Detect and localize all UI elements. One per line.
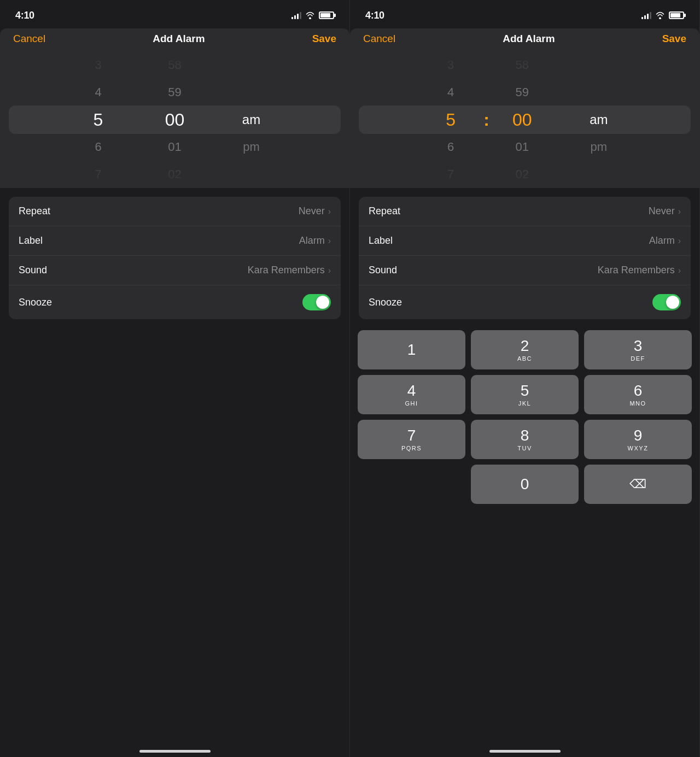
minute-column-2[interactable]: 57 58 59 00 01 02 03 <box>484 51 561 188</box>
label-label-1: Label <box>19 235 43 247</box>
ampm-item: pm <box>561 133 637 161</box>
nav-title-2: Add Alarm <box>503 33 555 45</box>
status-bar-1: 4:10 <box>0 0 349 27</box>
save-button-1[interactable]: Save <box>312 33 336 45</box>
repeat-label-1: Repeat <box>19 206 50 217</box>
numpad-key-4[interactable]: 4 GHI <box>358 375 465 414</box>
chevron-icon: › <box>678 207 681 216</box>
nav-title-1: Add Alarm <box>153 33 205 45</box>
chevron-icon: › <box>328 207 331 216</box>
hour-item: 6 <box>60 133 137 161</box>
wifi-icon-2 <box>655 11 665 19</box>
status-time-1: 4:10 <box>15 10 34 21</box>
numpad-key-2[interactable]: 2 ABC <box>471 330 579 369</box>
nav-bar-1: Cancel Add Alarm Save <box>0 28 349 51</box>
sound-value-2: Kara Remembers › <box>598 265 681 276</box>
numpad-container: 1 2 ABC 3 DEF 4 GHI 5 JKL 6 MNO <box>358 330 692 757</box>
sound-row-1[interactable]: Sound Kara Remembers › <box>9 256 341 285</box>
snooze-row-2[interactable]: Snooze <box>359 285 691 319</box>
cancel-button-2[interactable]: Cancel <box>363 33 395 45</box>
signal-icon-1 <box>291 11 301 19</box>
snooze-row-1[interactable]: Snooze <box>9 285 341 319</box>
numpad-key-1[interactable]: 1 <box>358 330 465 369</box>
numpad-key-9[interactable]: 9 WXYZ <box>584 420 692 459</box>
hour-column-2[interactable]: 2 3 4 5 6 7 8 <box>412 51 489 188</box>
label-value-1: Alarm › <box>299 235 331 247</box>
repeat-value-2: Never › <box>649 206 681 217</box>
snooze-label-2: Snooze <box>369 297 402 308</box>
minute-item: 02 <box>137 161 213 188</box>
minute-column-1[interactable]: 57 58 59 00 01 02 03 <box>137 51 213 188</box>
minute-item-selected: 00 <box>484 106 561 133</box>
numpad-grid: 1 2 ABC 3 DEF 4 GHI 5 JKL 6 MNO <box>358 330 692 504</box>
sound-row-2[interactable]: Sound Kara Remembers › <box>359 256 691 285</box>
numpad-key-3[interactable]: 3 DEF <box>584 330 692 369</box>
status-icons-1 <box>291 11 334 19</box>
repeat-row-1[interactable]: Repeat Never › <box>9 197 341 226</box>
label-value-2: Alarm › <box>649 235 681 247</box>
minute-item: 58 <box>137 51 213 79</box>
minute-item: 58 <box>484 51 561 79</box>
hour-item: 3 <box>60 51 137 79</box>
minute-item: 01 <box>484 133 561 161</box>
numpad-key-8[interactable]: 8 TUV <box>471 420 579 459</box>
hour-item: 4 <box>60 79 137 106</box>
numpad-key-0[interactable]: 0 <box>471 465 579 504</box>
snooze-label-1: Snooze <box>19 297 52 308</box>
hour-item-selected: 5 <box>60 106 137 133</box>
snooze-toggle-1[interactable] <box>302 294 331 310</box>
repeat-label-2: Repeat <box>369 206 400 217</box>
wifi-icon-1 <box>305 11 315 19</box>
status-icons-2 <box>641 11 684 19</box>
hour-column-1[interactable]: 2 3 4 5 6 7 8 <box>60 51 137 188</box>
ampm-item-selected: am <box>561 106 637 133</box>
repeat-row-2[interactable]: Repeat Never › <box>359 197 691 226</box>
chevron-icon: › <box>678 236 681 246</box>
chevron-icon: › <box>328 266 331 275</box>
numpad-key-5[interactable]: 5 JKL <box>471 375 579 414</box>
ampm-column-2[interactable]: am pm <box>561 51 637 188</box>
time-colon: : <box>483 106 489 133</box>
settings-group-1: Repeat Never › Label Alarm › Sound Kara … <box>9 197 341 319</box>
phone-panel-2: 4:10 Cancel Add Alarm Save <box>350 0 700 757</box>
minute-item: 59 <box>484 79 561 106</box>
ampm-item-selected: am <box>213 106 290 133</box>
time-picker-1[interactable]: 2 3 4 5 6 7 8 57 58 59 00 01 02 03 <box>0 51 349 188</box>
label-row-2[interactable]: Label Alarm › <box>359 226 691 256</box>
chevron-icon: › <box>328 236 331 246</box>
battery-icon-2 <box>669 11 684 19</box>
picker-wheel-2[interactable]: 2 3 4 5 6 7 8 : 57 58 59 00 01 02 03 <box>350 51 699 188</box>
numpad-key-6[interactable]: 6 MNO <box>584 375 692 414</box>
time-picker-2[interactable]: 2 3 4 5 6 7 8 : 57 58 59 00 01 02 03 <box>350 51 699 188</box>
ampm-column-1[interactable]: am pm <box>213 51 290 188</box>
numpad-key-empty <box>358 465 465 504</box>
hour-item: 4 <box>412 79 489 106</box>
hour-item: 3 <box>412 51 489 79</box>
sound-value-1: Kara Remembers › <box>248 265 331 276</box>
status-bar-2: 4:10 <box>350 0 699 27</box>
minute-item-selected: 00 <box>137 106 213 133</box>
hour-item: 7 <box>412 161 489 188</box>
save-button-2[interactable]: Save <box>662 33 686 45</box>
hour-item: 6 <box>412 133 489 161</box>
label-label-2: Label <box>369 235 393 247</box>
nav-bar-2: Cancel Add Alarm Save <box>350 28 699 51</box>
backspace-icon: ⌫ <box>629 477 646 491</box>
signal-icon-2 <box>641 11 651 19</box>
status-time-2: 4:10 <box>365 10 384 21</box>
minute-item: 01 <box>137 133 213 161</box>
cancel-button-1[interactable]: Cancel <box>13 33 45 45</box>
hour-item-selected: 5 <box>412 106 489 133</box>
sound-label-2: Sound <box>369 265 397 276</box>
ampm-item: pm <box>213 133 290 161</box>
minute-item: 59 <box>137 79 213 106</box>
label-row-1[interactable]: Label Alarm › <box>9 226 341 256</box>
battery-icon-1 <box>319 11 334 19</box>
numpad-backspace-key[interactable]: ⌫ <box>584 465 692 504</box>
sound-label-1: Sound <box>19 265 47 276</box>
snooze-toggle-2[interactable] <box>652 294 681 310</box>
hour-item: 7 <box>60 161 137 188</box>
numpad-key-7[interactable]: 7 PQRS <box>358 420 465 459</box>
picker-wheel-1[interactable]: 2 3 4 5 6 7 8 57 58 59 00 01 02 03 <box>0 51 349 188</box>
chevron-icon: › <box>678 266 681 275</box>
